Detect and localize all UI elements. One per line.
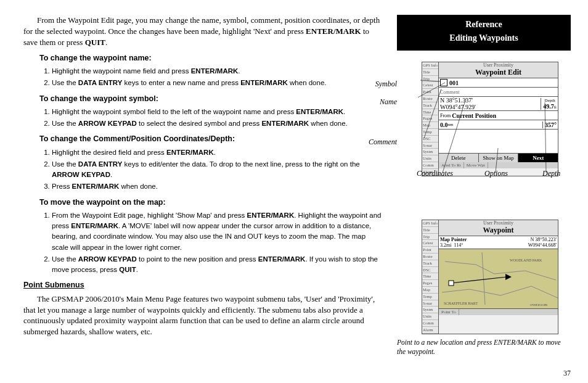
- heading-change-comment: To change the Comment/Position Coordinat…: [39, 134, 382, 144]
- screen2-map: overzoom WOODLAND PARK SCHAEFFLER HART: [439, 249, 558, 309]
- svg-rect-8: [449, 281, 454, 286]
- screen-waypoint-map: GPS InfoTideTripCelestPointRouteTrackDSC…: [422, 220, 558, 334]
- screen1-coords-row: N 38°51.337' W094°47.929' Depth 49.7ft: [439, 97, 558, 111]
- main-column: From the Waypoint Edit page, you may cha…: [23, 15, 397, 377]
- banner-title: Reference: [399, 20, 568, 30]
- steps-move-waypoint: From the Waypoint Edit page, highlight '…: [39, 210, 382, 276]
- steps-change-name: Highlight the waypoint name field and pr…: [39, 66, 382, 89]
- screen1-blank: [439, 130, 558, 154]
- screen1-from-row: From Current Position: [439, 111, 558, 120]
- screen2-pointer-row: Map Pointer 3.2mi 114° N 38°50.223' W094…: [439, 236, 558, 249]
- waypoint-symbol-icon: [440, 79, 447, 86]
- sidebar-column: Reference Editing Waypoints Symbol Name …: [397, 15, 571, 377]
- banner-subtitle: Editing Waypoints: [399, 33, 568, 43]
- btn-show-on-map: Show on Map: [479, 154, 519, 162]
- page-number: 37: [563, 369, 571, 378]
- figure1-left-labels: Symbol Name Comment: [366, 75, 397, 150]
- screen1-softkeys: Arnd To Rt Move Wpt: [439, 162, 558, 168]
- screen1-distbrg-row: 0.0nm 357°: [439, 120, 558, 130]
- heading-change-symbol: To change the waypoint symbol:: [39, 94, 382, 104]
- screen2-titlebar: User Proximity Waypoint: [439, 220, 558, 236]
- screen1-name-row: 001: [439, 78, 558, 88]
- screen-waypoint-edit: GPS InfoTideTripCelestPointRouteTrackTim…: [422, 62, 558, 176]
- screen1-buttons: Delete Show on Map Next: [439, 154, 558, 162]
- btn-next: Next: [518, 154, 558, 162]
- screen2-tabs: GPS InfoTideTripCelestPointRouteTrackDSC…: [422, 220, 439, 334]
- point-submenus-paragraph: The GPSMAP 2006/2010's Main Menu Page fe…: [23, 294, 382, 338]
- figure-waypoint-map: GPS InfoTideTripCelestPointRouteTrackDSC…: [397, 220, 571, 357]
- screen2-softkeys: Point To: [439, 309, 558, 315]
- screen1-tabs: GPS InfoTideTripCelestPointRouteTrackTim…: [422, 62, 439, 176]
- steps-change-comment: Highlight the desired field and press EN…: [39, 147, 382, 192]
- figure2-caption: Point to a new location and press ENTER/…: [397, 338, 571, 357]
- steps-change-symbol: Highlight the waypoint symbol field to t…: [39, 107, 382, 130]
- figure-waypoint-edit: Symbol Name Comment GPS InfoTideTripCele…: [393, 62, 571, 185]
- heading-change-name: To change the waypoint name:: [39, 53, 382, 64]
- heading-move-waypoint: To move the waypoint on the map:: [39, 197, 382, 208]
- intro-paragraph: From the Waypoint Edit page, you may cha…: [23, 15, 382, 48]
- screen1-comment-label: Comment: [439, 88, 558, 97]
- svg-text:WOODLAND PARK: WOODLAND PARK: [510, 258, 542, 262]
- btn-delete: Delete: [439, 154, 479, 162]
- screen1-titlebar: User Proximity Waypoint Edit: [439, 62, 558, 78]
- reference-banner: Reference Editing Waypoints: [397, 15, 571, 51]
- svg-text:SCHAEFFLER HART: SCHAEFFLER HART: [444, 302, 478, 305]
- svg-text:overzoom: overzoom: [530, 302, 548, 307]
- heading-point-submenus: Point Submenus: [23, 280, 382, 290]
